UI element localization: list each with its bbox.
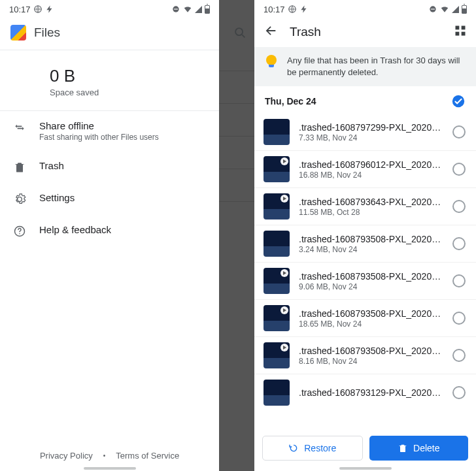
bulb-icon xyxy=(265,55,278,68)
wifi-icon xyxy=(183,5,192,14)
scrim[interactable] xyxy=(219,0,254,471)
menu-settings[interactable]: Settings xyxy=(0,183,219,215)
file-name: .trashed-1608796012-PXL_20201… xyxy=(299,159,443,170)
menu-sublabel: Fast sharing with other Files users xyxy=(39,133,209,142)
item-info: .trashed-1608796012-PXL_20201…16.88 MB, … xyxy=(299,159,443,180)
trash-item[interactable]: .trashed-1608793508-PXL_20201…8.16 MB, N… xyxy=(254,336,476,374)
search-button[interactable] xyxy=(231,24,249,42)
thumbnail xyxy=(264,119,290,145)
trash-item[interactable]: .trashed-1608797299-PXL_20201…7.33 MB, N… xyxy=(254,114,476,150)
signal-icon xyxy=(452,6,459,13)
section-date: Thu, Dec 24 xyxy=(265,96,316,106)
status-time: 10:17 xyxy=(264,5,285,14)
item-info: .trashed-1608793129-PXL_20201… xyxy=(299,387,443,398)
tos-link[interactable]: Terms of Service xyxy=(116,451,179,461)
globe-icon xyxy=(33,5,42,14)
trash-item[interactable]: .trashed-1608793508-PXL_20201…9.06 MB, N… xyxy=(254,262,476,299)
file-meta: 8.16 MB, Nov 24 xyxy=(299,357,443,366)
drawer-screen: 10:17 Files 0 B Space saved Share offlin… xyxy=(0,0,219,471)
item-info: .trashed-1608797299-PXL_20201…7.33 MB, N… xyxy=(299,122,443,142)
item-info: .trashed-1608793508-PXL_20201…9.06 MB, N… xyxy=(299,271,443,291)
menu-label: Trash xyxy=(39,160,209,171)
space-saved-block: 0 B Space saved xyxy=(0,50,219,111)
trash-item[interactable]: .trashed-1608793643-PXL_20201…11.58 MB, … xyxy=(254,187,476,225)
file-name: .trashed-1608793508-PXL_20201… xyxy=(299,234,443,244)
svg-point-6 xyxy=(19,233,20,235)
trash-item[interactable]: .trashed-1608796012-PXL_20201…16.88 MB, … xyxy=(254,150,476,187)
space-label: Space saved xyxy=(50,88,209,97)
privacy-link[interactable]: Privacy Policy xyxy=(40,451,93,461)
select-radio[interactable] xyxy=(452,200,466,213)
restore-icon xyxy=(288,443,299,453)
select-radio[interactable] xyxy=(452,125,466,138)
select-radio[interactable] xyxy=(452,312,466,325)
view-toggle-button[interactable] xyxy=(454,24,467,40)
trash-icon xyxy=(398,443,408,453)
thumbnail xyxy=(264,193,290,219)
trash-item[interactable]: .trashed-1608793129-PXL_20201… xyxy=(254,374,476,411)
drawer-footer: Privacy Policy • Terms of Service xyxy=(0,442,219,467)
wifi-icon xyxy=(440,5,449,14)
select-radio[interactable] xyxy=(452,237,466,250)
info-banner: Any file that has been in Trash for 30 d… xyxy=(254,47,476,86)
delete-button[interactable]: Delete xyxy=(369,436,469,461)
svg-rect-12 xyxy=(456,26,460,30)
select-radio[interactable] xyxy=(452,349,466,362)
svg-rect-4 xyxy=(20,166,21,171)
select-radio[interactable] xyxy=(452,386,466,399)
trash-list[interactable]: .trashed-1608797299-PXL_20201…7.33 MB, N… xyxy=(254,114,476,429)
svg-rect-3 xyxy=(18,166,19,171)
svg-rect-15 xyxy=(462,32,466,36)
file-name: .trashed-1608793508-PXL_20201… xyxy=(299,271,443,282)
battery-icon xyxy=(205,5,210,14)
menu-label: Help & feedback xyxy=(39,224,209,235)
separator-dot: • xyxy=(103,452,106,459)
arrow-left-icon xyxy=(264,24,278,38)
action-bar: Restore Delete xyxy=(254,429,476,467)
menu-label: Share offline xyxy=(39,120,209,131)
thumbnail xyxy=(264,305,290,331)
file-name: .trashed-1608793129-PXL_20201… xyxy=(299,387,443,398)
svg-rect-13 xyxy=(462,26,466,30)
select-all-checkbox[interactable] xyxy=(451,94,466,108)
gear-icon xyxy=(13,193,26,206)
menu-help[interactable]: Help & feedback xyxy=(0,215,219,247)
files-logo-icon xyxy=(10,25,26,41)
space-value: 0 B xyxy=(50,66,209,86)
battery-icon xyxy=(462,5,467,14)
trash-item[interactable]: .trashed-1608793508-PXL_20201…3.24 MB, N… xyxy=(254,225,476,262)
svg-rect-14 xyxy=(456,32,460,36)
menu-share-offline[interactable]: Share offline Fast sharing with other Fi… xyxy=(0,111,219,151)
delete-label: Delete xyxy=(413,443,439,453)
signal-icon xyxy=(195,6,202,13)
restore-button[interactable]: Restore xyxy=(262,436,363,461)
bolt-icon xyxy=(45,5,54,14)
file-meta: 3.24 MB, Nov 24 xyxy=(299,245,443,254)
grid-icon xyxy=(454,24,467,37)
drawer-menu: Share offline Fast sharing with other Fi… xyxy=(0,111,219,442)
file-name: .trashed-1608797299-PXL_20201… xyxy=(299,122,443,133)
file-meta: 16.88 MB, Nov 24 xyxy=(299,171,443,180)
item-info: .trashed-1608793508-PXL_20201…3.24 MB, N… xyxy=(299,234,443,254)
select-radio[interactable] xyxy=(452,163,466,176)
status-bar: 10:17 xyxy=(0,0,219,16)
trash-appbar: Trash xyxy=(254,16,476,47)
back-button[interactable] xyxy=(264,24,278,41)
help-icon xyxy=(13,225,26,238)
trash-screen: 10:17 Trash Any file that has been in Tr… xyxy=(254,0,476,471)
menu-trash[interactable]: Trash xyxy=(0,151,219,183)
gesture-bar xyxy=(0,467,219,471)
date-section-header: Thu, Dec 24 xyxy=(254,86,476,114)
thumbnail xyxy=(264,342,290,368)
app-name: Files xyxy=(34,25,60,40)
file-name: .trashed-1608793508-PXL_20201… xyxy=(299,346,443,356)
svg-rect-11 xyxy=(431,8,435,9)
status-bar: 10:17 xyxy=(254,0,476,16)
trash-icon xyxy=(13,161,26,174)
dnd-icon xyxy=(171,5,180,14)
gesture-bar xyxy=(254,467,476,471)
trash-item[interactable]: .trashed-1608793508-PXL_20201…18.65 MB, … xyxy=(254,299,476,336)
thumbnail xyxy=(264,268,290,294)
drawer-header: Files xyxy=(0,16,219,50)
select-radio[interactable] xyxy=(452,274,466,287)
